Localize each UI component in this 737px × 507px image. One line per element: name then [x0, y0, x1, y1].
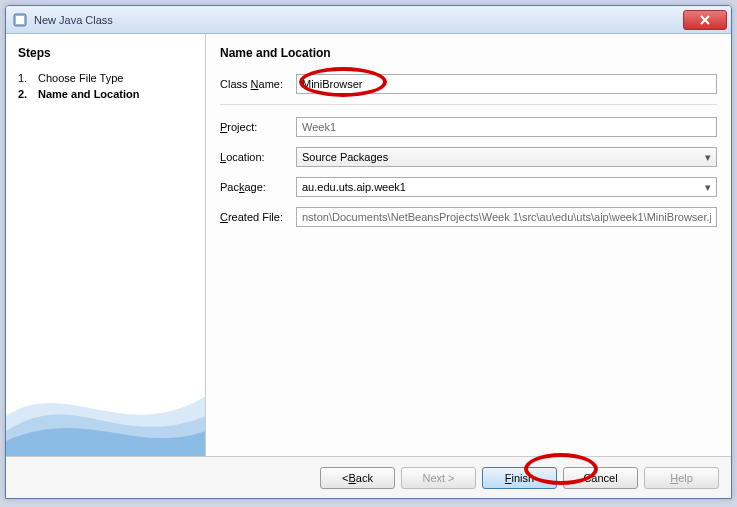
- class-name-input[interactable]: [296, 74, 717, 94]
- divider: [220, 104, 717, 105]
- label-location: Location:: [220, 151, 296, 163]
- package-combo[interactable]: au.edu.uts.aip.week1 ▾: [296, 177, 717, 197]
- label-class-name: Class Name:: [220, 78, 296, 90]
- step-item: 2.Name and Location: [18, 86, 193, 102]
- help-button[interactable]: Help: [644, 467, 719, 489]
- content-area: Steps 1.Choose File Type 2.Name and Loca…: [6, 34, 731, 498]
- label-package: Package:: [220, 181, 296, 193]
- close-button[interactable]: [683, 10, 727, 30]
- titlebar: New Java Class: [6, 6, 731, 34]
- row-created-file: Created File:: [220, 207, 717, 227]
- label-project: Project:: [220, 121, 296, 133]
- app-icon: [12, 12, 28, 28]
- back-button[interactable]: < Back: [320, 467, 395, 489]
- location-combo[interactable]: Source Packages ▾: [296, 147, 717, 167]
- label-created-file: Created File:: [220, 211, 296, 223]
- cancel-button[interactable]: Cancel: [563, 467, 638, 489]
- location-value: Source Packages: [302, 151, 388, 163]
- package-value: au.edu.uts.aip.week1: [302, 181, 406, 193]
- decorative-wave: [6, 336, 206, 456]
- section-heading: Name and Location: [220, 46, 717, 60]
- steps-list: 1.Choose File Type 2.Name and Location: [18, 70, 193, 102]
- next-button: Next >: [401, 467, 476, 489]
- window-title: New Java Class: [34, 14, 683, 26]
- steps-panel: Steps 1.Choose File Type 2.Name and Loca…: [6, 34, 206, 456]
- panels: Steps 1.Choose File Type 2.Name and Loca…: [6, 34, 731, 456]
- button-bar: < Back Next > Finish Cancel Help: [6, 456, 731, 498]
- row-project: Project:: [220, 117, 717, 137]
- row-location: Location: Source Packages ▾: [220, 147, 717, 167]
- form-panel: Name and Location Class Name: Project: L…: [206, 34, 731, 456]
- steps-heading: Steps: [18, 46, 193, 60]
- row-class-name: Class Name:: [220, 74, 717, 94]
- step-item: 1.Choose File Type: [18, 70, 193, 86]
- dialog-window: New Java Class Steps 1.Choose File Type …: [5, 5, 732, 499]
- row-package: Package: au.edu.uts.aip.week1 ▾: [220, 177, 717, 197]
- finish-button[interactable]: Finish: [482, 467, 557, 489]
- created-file-field: [296, 207, 717, 227]
- chevron-down-icon: ▾: [705, 151, 711, 164]
- chevron-down-icon: ▾: [705, 181, 711, 194]
- project-field: [296, 117, 717, 137]
- svg-rect-1: [16, 16, 24, 24]
